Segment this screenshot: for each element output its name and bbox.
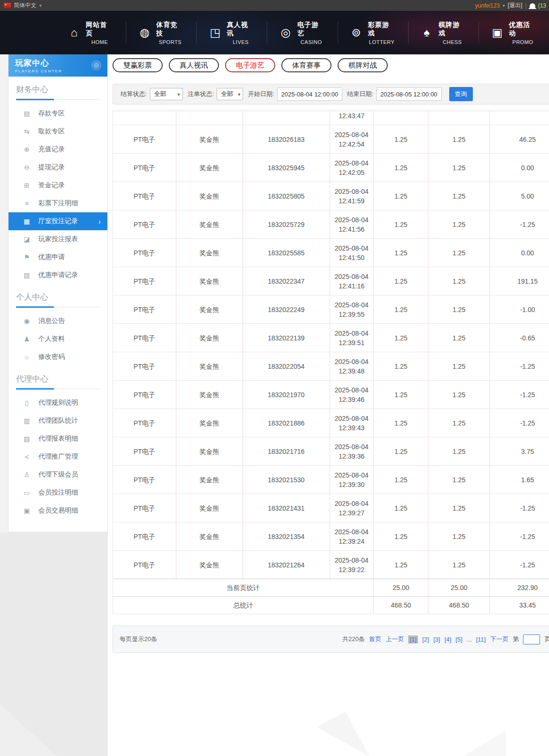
nav-item-sports[interactable]: ◍体育竞技SPORTS [126, 22, 197, 43]
table-cell: 奖金熊 [176, 239, 243, 267]
first-page-link[interactable]: 首页 [369, 635, 381, 643]
sidebar-item-label: 彩票下注明细 [38, 199, 78, 208]
username-label[interactable]: yunfei123 [475, 2, 500, 9]
page-number-link[interactable]: [3] [433, 636, 440, 643]
nav-item-label-zh: 体育竞技 [157, 21, 184, 38]
sidebar-item-充值记录[interactable]: ⊕充值记录 [9, 140, 107, 158]
sidebar-item-优惠申请[interactable]: ⚑优惠申请 [9, 248, 107, 266]
end-date-input[interactable] [376, 87, 442, 101]
tab-真人视讯[interactable]: 真人视讯 [169, 58, 219, 72]
prev-page-link[interactable]: 上一页 [385, 635, 404, 643]
chevron-right-icon: › [98, 217, 101, 226]
sports-ball-icon: ◍ [139, 27, 150, 38]
sidebar-item-存款专区[interactable]: ▤存款专区 [9, 104, 107, 122]
table-cell [490, 111, 549, 125]
sidebar-item-取款专区[interactable]: ⇆取款专区 [9, 122, 107, 140]
sidebar-item-优惠申请记录[interactable]: ▧优惠申请记录 [9, 266, 107, 284]
nav-item-casino[interactable]: ◎电子游艺CASINO [267, 22, 338, 43]
language-switcher[interactable]: ★ 简体中文 ▾ [4, 1, 42, 9]
withdraw-icon: ⇆ [23, 128, 31, 135]
sidebar-item-会员交易明细[interactable]: ▣会员交易明细 [9, 502, 107, 520]
page-number-link[interactable]: [2] [422, 636, 429, 643]
sidebar-item-修改密码[interactable]: ☼修改密码 [9, 348, 107, 366]
sidebar-item-资金记录[interactable]: ⊞资金记录 [9, 176, 107, 194]
nav-item-lives[interactable]: ◳真人视讯LIVES [197, 22, 267, 43]
sidebar-item-会员投注明细[interactable]: ▭会员投注明细 [9, 484, 107, 502]
table-cell [374, 111, 428, 125]
stats-value: 25.00 [428, 579, 490, 596]
table-cell: 1832021970 [243, 381, 330, 408]
tab-雙赢彩票[interactable]: 雙赢彩票 [113, 58, 163, 72]
next-page-link[interactable]: 下一页 [490, 635, 508, 643]
table-row: PT电子奖金熊18320257292025-08-04 12:41:561.25… [113, 210, 549, 239]
sidebar-item-个人资料[interactable]: ♟个人资料 [9, 330, 107, 348]
nav-item-lottery[interactable]: ⊚彩票游戏LOTTERY [338, 22, 409, 43]
sidebar-section-title: 财务中心 [16, 84, 100, 100]
gamepad-icon: ◉ [91, 57, 102, 72]
sidebar-item-代理报表明细[interactable]: ▨代理报表明细 [9, 430, 107, 448]
sidebar-item-厅室投注记录[interactable]: ▦厅室投注记录› [9, 212, 107, 230]
sidebar-item-提现记录[interactable]: ⊖提现记录 [9, 158, 107, 176]
sidebar-item-消息公告[interactable]: ◉消息公告 [9, 312, 107, 330]
last-page-number-link[interactable]: [11] [476, 636, 486, 643]
page-number-link[interactable]: [4] [444, 636, 451, 643]
table-cell: 1832022347 [243, 267, 330, 295]
table-cell: 0.00 [490, 239, 549, 267]
table-cell: 1.25 [428, 154, 490, 182]
table-row: PT电子奖金熊18320261832025-08-04 12:42:541.25… [113, 125, 549, 154]
order-status-select[interactable]: 全部 ▾ [217, 88, 243, 100]
nav-item-label-en: HOME [86, 39, 113, 45]
member-bet-detail-icon: ▭ [23, 489, 31, 496]
deposit-icon: ▤ [23, 110, 31, 117]
stats-value: 25.00 [374, 579, 428, 596]
table-cell: 5.00 [490, 182, 549, 210]
start-date-input[interactable] [277, 87, 342, 101]
table-cell: PT电子 [113, 409, 176, 437]
table-row: PT电子奖金熊18320255852025-08-04 12:41:501.25… [113, 239, 549, 267]
table-cell: 1832025945 [243, 154, 330, 182]
search-button[interactable]: 查询 [449, 87, 473, 101]
jump-page-input[interactable] [523, 634, 540, 644]
password-icon: ☼ [23, 353, 31, 361]
notification-bell-icon[interactable] [530, 3, 535, 8]
bet-records-table: 12:43:47PT电子奖金熊18320261832025-08-04 12:4… [113, 111, 549, 614]
nav-item-chess[interactable]: ♠棋牌游戏CHESS [409, 22, 479, 43]
tab-体育赛事[interactable]: 体育赛事 [281, 58, 331, 72]
agent-members-icon: ♙ [23, 471, 31, 478]
stats-value: 468.50 [374, 597, 428, 614]
sidebar-item-代理推广管理[interactable]: ≺代理推广管理 [9, 448, 107, 466]
sidebar-item-label: 代理下级会员 [38, 470, 78, 479]
total-stats-row: 总统计468.50468.5033.45 [113, 596, 549, 614]
sidebar-item-label: 会员交易明细 [38, 506, 78, 515]
order-status-label: 注单状态: [188, 90, 214, 98]
table-cell: 1832025729 [243, 210, 330, 238]
table-cell: 2025-08-04 12:42:05 [330, 154, 374, 182]
table-cell: 1.25 [428, 522, 490, 550]
nav-item-home[interactable]: ⌂网站首页HOME [56, 22, 126, 43]
sidebar-item-玩家投注报表[interactable]: ◪玩家投注报表 [9, 230, 107, 248]
caret-down-icon[interactable]: ▾ [503, 3, 505, 8]
settle-status-select[interactable]: 全部 ▾ [150, 88, 183, 100]
caret-down-icon: ▾ [39, 3, 42, 8]
lottery-balls-icon: ⊚ [350, 27, 362, 38]
nav-item-promo[interactable]: ▣优惠活动PROMO [479, 22, 549, 43]
logout-link[interactable]: [退出] [508, 1, 523, 9]
recharge-record-icon: ⊕ [23, 146, 31, 153]
stats-value: 232.90 [490, 579, 549, 596]
sidebar-item-代理规则说明[interactable]: ▯代理规则说明 [9, 394, 107, 412]
table-cell: 1.25 [374, 239, 428, 267]
nav-item-label-en: CASINO [297, 39, 325, 45]
page-stats-row: 当前页统计25.0025.00232.90 [113, 579, 549, 597]
sidebar-item-彩票下注明细[interactable]: ≡彩票下注明细 [9, 194, 107, 212]
page-number-link[interactable]: [1] [408, 635, 418, 643]
table-cell: 1.25 [374, 125, 428, 153]
tab-电子游艺[interactable]: 电子游艺 [225, 58, 275, 72]
sidebar-item-代理下级会员[interactable]: ♙代理下级会员 [9, 466, 107, 484]
sidebar-section-items: ▤存款专区⇆取款专区⊕充值记录⊖提现记录⊞资金记录≡彩票下注明细▦厅室投注记录›… [9, 104, 107, 284]
page-number-link[interactable]: [5] [455, 636, 462, 643]
table-cell: PT电子 [113, 295, 176, 323]
sidebar-item-label: 代理推广管理 [38, 452, 78, 461]
sidebar-item-代理团队统计[interactable]: ▥代理团队统计 [9, 412, 107, 430]
order-status-value: 全部 [221, 90, 233, 98]
tab-棋牌对战[interactable]: 棋牌对战 [338, 58, 388, 72]
